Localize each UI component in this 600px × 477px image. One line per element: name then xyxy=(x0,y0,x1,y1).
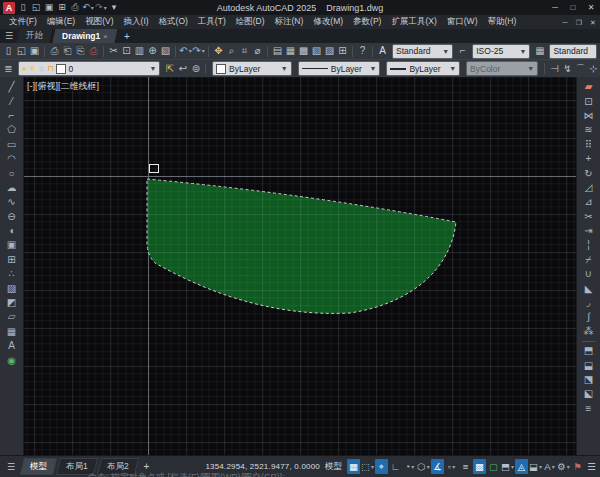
doc-minimize-icon[interactable]: ─ xyxy=(558,16,572,28)
menu-item-2[interactable]: 视图(V) xyxy=(80,15,118,29)
dim-style-combo[interactable]: ISO-25▼ xyxy=(472,44,530,59)
tab-close-icon[interactable]: × xyxy=(103,32,108,41)
layer-vp-freeze-icon[interactable]: ☼ xyxy=(38,64,45,73)
create-block-icon[interactable]: ⊞ xyxy=(4,253,20,267)
sheet-set-manager-icon[interactable]: ▧ xyxy=(310,45,323,58)
object-snap-icon[interactable]: ▫▾ xyxy=(445,459,458,474)
zoom-realtime-icon[interactable]: ⌕ xyxy=(225,45,238,58)
lineweight-display-icon[interactable]: ≡ xyxy=(459,459,472,474)
layer-previous-icon[interactable]: ↩ xyxy=(176,62,189,75)
menu-item-0[interactable]: 文件(F) xyxy=(4,15,42,29)
qat-undo-icon[interactable]: ↶▾ xyxy=(82,2,94,14)
text-style-icon[interactable]: A xyxy=(376,45,389,58)
redo-icon[interactable]: ↷▾ xyxy=(192,45,205,58)
construction-line-icon[interactable]: ⁄ xyxy=(4,94,20,108)
file-tabs-menu-icon[interactable]: ☰ xyxy=(0,29,18,43)
menu-item-11[interactable]: 窗口(W) xyxy=(442,15,483,29)
menu-item-3[interactable]: 插入(I) xyxy=(119,15,154,29)
region-icon[interactable]: ▱ xyxy=(4,310,20,324)
line-icon[interactable]: ╱ xyxy=(4,80,20,94)
layer-freeze-icon[interactable]: ☀ xyxy=(29,64,36,73)
layout2-tab[interactable]: 布局2 xyxy=(97,458,139,475)
annotation-scale-icon[interactable]: A▾ xyxy=(543,459,556,474)
3d-object-snap-icon[interactable]: ⬒▾ xyxy=(501,459,514,474)
paste-as-block-icon[interactable]: ▧ xyxy=(159,45,172,58)
paste-icon[interactable]: ▥ xyxy=(133,45,146,58)
spline-icon[interactable]: ∿ xyxy=(4,195,20,209)
qat-new-icon[interactable]: ▯ xyxy=(17,2,29,14)
cut-icon[interactable]: ✂ xyxy=(107,45,120,58)
qat-save-as-icon[interactable]: ⊞ xyxy=(56,2,68,14)
linetype-combo[interactable]: ByLayer ▼ xyxy=(298,61,381,76)
break-at-point-icon[interactable]: ¦ xyxy=(581,238,597,252)
menu-item-6[interactable]: 绘图(D) xyxy=(231,15,270,29)
polyline-icon[interactable]: ⌐ xyxy=(4,109,20,123)
layout-menu-icon[interactable]: ☰ xyxy=(2,460,20,474)
window-maximize-icon[interactable]: □ xyxy=(564,1,582,15)
doc-close-icon[interactable]: ✕ xyxy=(586,16,600,28)
join-icon[interactable]: ∪ xyxy=(581,267,597,281)
mirror-icon[interactable]: ⋈ xyxy=(581,109,597,123)
ortho-mode-icon[interactable]: ∟ xyxy=(389,459,402,474)
draw-order-icon[interactable]: ≡ xyxy=(581,402,597,416)
menu-item-9[interactable]: 参数(P) xyxy=(348,15,386,29)
isometric-drafting-icon[interactable]: ⬡▾ xyxy=(417,459,430,474)
window-minimize-icon[interactable]: ─ xyxy=(546,1,564,15)
match-properties-icon[interactable]: ⊣ xyxy=(548,62,561,75)
tab-drawing1[interactable]: Drawing1 × xyxy=(53,29,119,43)
copy-with-base-point-icon[interactable]: ⊕ xyxy=(146,45,159,58)
help-icon[interactable]: ? xyxy=(356,45,369,58)
menu-item-7[interactable]: 标注(N) xyxy=(270,15,309,29)
selected-hatch-shape[interactable] xyxy=(147,179,456,313)
new-icon[interactable]: ▯ xyxy=(2,45,15,58)
markup-icon[interactable]: ▨ xyxy=(323,45,336,58)
chamfer-icon[interactable]: ◣ xyxy=(581,281,597,295)
lineweight-combo[interactable]: ByLayer ▼ xyxy=(386,61,460,76)
object-snap-tracking-icon[interactable]: ∡ xyxy=(431,459,444,474)
menu-item-1[interactable]: 编辑(E) xyxy=(42,15,80,29)
qat-plot-icon[interactable]: ⎙ xyxy=(69,2,81,14)
revision-cloud-icon[interactable]: ☁ xyxy=(4,181,20,195)
table-style-icon[interactable]: ▦ xyxy=(533,45,546,58)
qat-save-icon[interactable]: ▣ xyxy=(43,2,55,14)
offset-icon[interactable]: ≋ xyxy=(581,123,597,137)
dynamic-ucs-icon[interactable]: ⬓▾ xyxy=(529,459,542,474)
publish-icon[interactable]: ⎘ xyxy=(74,45,87,58)
ellipse-arc-icon[interactable]: ◖ xyxy=(4,224,20,238)
doc-restore-icon[interactable]: ❐ xyxy=(572,16,586,28)
hatch-icon[interactable]: ▨ xyxy=(4,281,20,295)
autocad-logo[interactable]: A xyxy=(3,2,15,14)
annotation-monitor-icon[interactable]: ⚑ xyxy=(571,459,584,474)
layer-properties-manager-icon[interactable]: ≣ xyxy=(2,62,15,75)
qat-open-icon[interactable]: ◱ xyxy=(30,2,42,14)
pan-icon[interactable]: ✥ xyxy=(212,45,225,58)
copy-clip-icon[interactable]: ⊡ xyxy=(120,45,133,58)
move-icon[interactable]: + xyxy=(581,152,597,166)
extend-icon[interactable]: ⇥ xyxy=(581,224,597,238)
curve-tool-icon[interactable]: ⌒ xyxy=(574,62,587,75)
polygon-icon[interactable]: ⬠ xyxy=(4,123,20,137)
scale-icon[interactable]: ◿ xyxy=(581,181,597,195)
erase-icon[interactable]: ▰ xyxy=(581,80,597,94)
bring-to-front-icon[interactable]: ⬒ xyxy=(581,344,597,358)
copy-icon[interactable]: ⊡ xyxy=(581,94,597,108)
color-combo[interactable]: ByLayer ▼ xyxy=(212,61,292,76)
layer-color-swatch[interactable] xyxy=(56,64,66,74)
grid-tool-icon[interactable]: ⊹ xyxy=(587,62,600,75)
quick-calc-icon[interactable]: ⊞ xyxy=(336,45,349,58)
new-layout-button[interactable]: + xyxy=(138,461,154,472)
table-icon[interactable]: ▦ xyxy=(4,325,20,339)
rectangle-icon[interactable]: ▭ xyxy=(4,138,20,152)
layout1-tab[interactable]: 布局1 xyxy=(56,458,98,475)
drawing-canvas[interactable]: [-][俯视][二维线框] xyxy=(24,77,576,455)
explode-icon[interactable]: ⁂ xyxy=(581,325,597,339)
arc-icon[interactable]: ◠ xyxy=(4,152,20,166)
array-icon[interactable]: ⠿ xyxy=(581,138,597,152)
transparency-icon[interactable]: ▩ xyxy=(473,459,486,474)
send-under-objects-icon[interactable]: ⬕ xyxy=(581,387,597,401)
trim-icon[interactable]: ✂ xyxy=(581,210,597,224)
multiline-text-icon[interactable]: A xyxy=(4,339,20,353)
stretch-icon[interactable]: ⊿ xyxy=(581,195,597,209)
bring-above-objects-icon[interactable]: ⬔ xyxy=(581,373,597,387)
model-tab[interactable]: 模型 xyxy=(20,458,57,475)
